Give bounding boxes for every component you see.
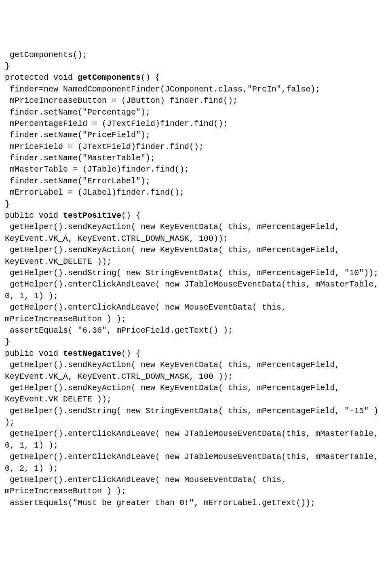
code-line: getHelper().enterClickAndLeave( new JTab… bbox=[5, 452, 383, 473]
code-line: getHelper().sendKeyAction( new KeyEventD… bbox=[5, 245, 344, 266]
code-line: getComponents(); bbox=[5, 50, 87, 59]
code-line: } bbox=[5, 200, 10, 209]
code-token: getHelper().sendKeyAction( new KeyEventD… bbox=[5, 245, 344, 266]
code-token: getHelper().enterClickAndLeave( new JTab… bbox=[5, 280, 383, 300]
code-token: getHelper().sendKeyAction( new KeyEventD… bbox=[5, 222, 344, 243]
code-token: assertEquals("Must be greater than 0!", … bbox=[10, 498, 315, 507]
code-line: getHelper().sendString( new StringEventD… bbox=[5, 268, 378, 278]
code-token: getHelper().enterClickAndLeave( new Mous… bbox=[5, 475, 291, 496]
code-token: finder.setName("PriceField"); bbox=[10, 130, 150, 140]
code-token: } bbox=[5, 337, 10, 346]
code-line: mErrorLabel = (JLabel)finder.find(); bbox=[5, 188, 184, 197]
code-token: () { bbox=[141, 73, 160, 82]
code-line: mPriceIncreaseButton = (JButton) finder.… bbox=[5, 96, 238, 105]
code-token: finder.setName("Percentage"); bbox=[10, 108, 150, 117]
code-token: finder.setName("MasterTable"); bbox=[10, 153, 155, 163]
code-token: } bbox=[5, 200, 10, 209]
code-token: public void bbox=[5, 211, 63, 220]
code-token: assertEquals( "6.36", mPriceField.getTex… bbox=[10, 326, 233, 335]
code-token: getHelper().sendKeyAction( new KeyEventD… bbox=[5, 383, 344, 404]
code-line: finder.setName("PriceField"); bbox=[5, 130, 150, 140]
code-line: getHelper().sendString( new StringEventD… bbox=[5, 406, 383, 427]
code-line: getHelper().sendKeyAction( new KeyEventD… bbox=[5, 222, 344, 243]
code-line: mPercentageField = (JTextField)finder.fi… bbox=[5, 119, 228, 128]
code-line: getHelper().enterClickAndLeave( new JTab… bbox=[5, 280, 383, 300]
code-line: mPriceField = (JTextField)finder.find(); bbox=[5, 142, 204, 151]
code-line: } bbox=[5, 62, 10, 71]
code-token-bold: testPositive bbox=[63, 211, 121, 220]
code-line: finder.setName("ErrorLabel"); bbox=[5, 176, 150, 186]
code-token: mErrorLabel = (JLabel)finder.find(); bbox=[10, 188, 184, 197]
code-token: finder=new NamedComponentFinder(JCompone… bbox=[10, 85, 320, 94]
code-token-bold: getComponents bbox=[78, 73, 141, 82]
code-line: public void testPositive() { bbox=[5, 211, 141, 220]
code-line: getHelper().sendKeyAction( new KeyEventD… bbox=[5, 360, 344, 381]
code-line: getHelper().enterClickAndLeave( new Mous… bbox=[5, 303, 291, 323]
code-line: finder.setName("Percentage"); bbox=[5, 108, 150, 117]
code-line: getHelper().enterClickAndLeave( new JTab… bbox=[5, 429, 383, 450]
code-token: getHelper().enterClickAndLeave( new JTab… bbox=[5, 429, 383, 450]
code-token: getHelper().enterClickAndLeave( new Mous… bbox=[5, 303, 291, 323]
code-token-bold: testNegative bbox=[63, 349, 121, 358]
code-token: () { bbox=[121, 349, 141, 358]
code-line: getHelper().enterClickAndLeave( new Mous… bbox=[5, 475, 291, 496]
code-line: } bbox=[5, 337, 10, 346]
code-token: protected void bbox=[5, 73, 78, 82]
code-token: } bbox=[5, 62, 10, 71]
code-line: assertEquals("Must be greater than 0!", … bbox=[5, 498, 315, 507]
code-token: finder.setName("ErrorLabel"); bbox=[10, 176, 150, 186]
code-line: public void testNegative() { bbox=[5, 349, 141, 358]
code-line: getHelper().sendKeyAction( new KeyEventD… bbox=[5, 383, 344, 404]
code-token: mMasterTable = (JTable)finder.find(); bbox=[10, 165, 189, 174]
code-line: finder=new NamedComponentFinder(JCompone… bbox=[5, 85, 320, 94]
code-line: finder.setName("MasterTable"); bbox=[5, 153, 155, 163]
code-token: mPriceField = (JTextField)finder.find(); bbox=[10, 142, 204, 151]
code-token: () { bbox=[121, 211, 141, 220]
code-token: getHelper().sendKeyAction( new KeyEventD… bbox=[5, 360, 344, 381]
code-token: getHelper().sendString( new StringEventD… bbox=[10, 268, 378, 278]
code-line: mMasterTable = (JTable)finder.find(); bbox=[5, 165, 189, 174]
code-token: getComponents(); bbox=[10, 50, 87, 59]
code-token: getHelper().enterClickAndLeave( new JTab… bbox=[5, 452, 383, 473]
code-line: assertEquals( "6.36", mPriceField.getTex… bbox=[5, 326, 233, 335]
code-token: mPercentageField = (JTextField)finder.fi… bbox=[10, 119, 228, 128]
code-line: protected void getComponents() { bbox=[5, 73, 160, 82]
code-listing: getComponents(); } protected void getCom… bbox=[5, 49, 383, 509]
code-token: public void bbox=[5, 349, 63, 358]
code-token: getHelper().sendString( new StringEventD… bbox=[5, 406, 383, 427]
code-token: mPriceIncreaseButton = (JButton) finder.… bbox=[10, 96, 238, 105]
